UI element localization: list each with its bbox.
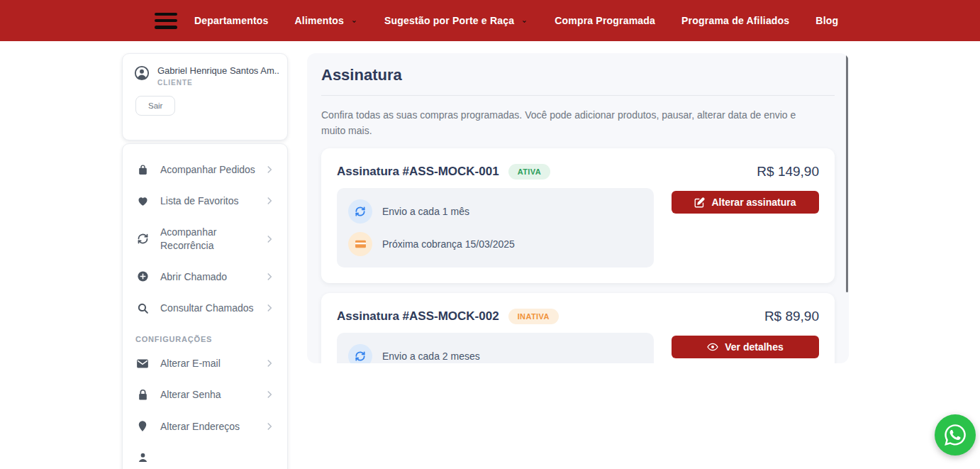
- chevron-right-icon: [265, 303, 274, 313]
- chevron-right-icon: [265, 234, 274, 244]
- chevron-right-icon: [265, 390, 274, 399]
- chevron-down-icon: [520, 19, 528, 24]
- subscription-details: Envio a cada 1 mês Próxima cobrança 15/0…: [337, 188, 654, 267]
- eye-icon: [707, 341, 718, 353]
- chevron-right-icon: [265, 196, 274, 206]
- subscription-card: Assinatura #ASS-MOCK-001 ATIVA R$ 149,90…: [321, 148, 835, 283]
- nav-links: Departamentos Alimentos Sugestão por Por…: [194, 15, 838, 26]
- nav-item-departamentos[interactable]: Departamentos: [194, 15, 269, 26]
- pin-icon: [135, 420, 150, 432]
- whatsapp-icon: [943, 423, 967, 447]
- sync-icon: [348, 344, 372, 363]
- status-badge: INATIVA: [508, 309, 559, 324]
- nav-item-alimentos[interactable]: Alimentos: [295, 15, 358, 26]
- sidebar-item-acompanhar-recorrencia[interactable]: Acompanhar Recorrência: [123, 216, 287, 260]
- shipping-frequency-row: Envio a cada 2 meses: [348, 344, 642, 363]
- sidebar-item-alterar-senha[interactable]: Alterar Senha: [123, 379, 287, 410]
- account-sidebar: Gabriel Henrique Santos Am... CLIENTE Sa…: [122, 53, 288, 469]
- sidebar-item-acompanhar-pedidos[interactable]: Acompanhar Pedidos: [123, 154, 287, 185]
- sidebar-item-abrir-chamado[interactable]: Abrir Chamado: [123, 261, 287, 292]
- user-avatar-icon: [134, 65, 150, 84]
- sidebar-item-alterar-email[interactable]: Alterar E-mail: [123, 348, 287, 379]
- scrollbar-thumb[interactable]: [846, 53, 848, 292]
- shipping-frequency-row: Envio a cada 1 mês: [348, 199, 642, 224]
- search-icon: [135, 302, 150, 314]
- nav-item-blog[interactable]: Blog: [815, 15, 838, 26]
- hamburger-menu-icon[interactable]: [155, 13, 177, 29]
- sync-icon: [348, 199, 372, 224]
- whatsapp-button[interactable]: [935, 414, 976, 456]
- subscription-panel: Assinatura Confira todas as suas compras…: [307, 53, 849, 363]
- chevron-right-icon: [265, 272, 274, 282]
- sidebar-item-alterar-enderecos[interactable]: Alterar Endereços: [123, 411, 287, 442]
- top-navigation: Departamentos Alimentos Sugestão por Por…: [0, 0, 980, 41]
- sidebar-item-lista-favoritos[interactable]: Lista de Favoritos: [123, 185, 287, 216]
- divider: [321, 95, 835, 96]
- user-role: CLIENTE: [157, 79, 279, 87]
- page-title: Assinatura: [321, 66, 835, 84]
- user-name: Gabriel Henrique Santos Am...: [157, 65, 279, 76]
- sync-icon: [135, 233, 150, 245]
- nav-item-compra-programada[interactable]: Compra Programada: [555, 15, 655, 26]
- subscription-title: Assinatura #ASS-MOCK-001: [337, 165, 499, 179]
- sidebar-item-consultar-chamados[interactable]: Consultar Chamados: [123, 292, 287, 324]
- user-icon: [135, 451, 150, 463]
- subscription-card: Assinatura #ASS-MOCK-002 INATIVA R$ 89,9…: [321, 293, 835, 363]
- page-description: Confira todas as suas compras programada…: [321, 108, 821, 138]
- logout-button[interactable]: Sair: [135, 96, 175, 116]
- sidebar-menu: Acompanhar Pedidos Lista de Favoritos Ac…: [122, 143, 288, 469]
- subscription-price: R$ 149,90: [757, 164, 819, 180]
- plus-circle-icon: [135, 270, 150, 282]
- chevron-right-icon: [265, 421, 274, 431]
- chevron-down-icon: [350, 19, 358, 24]
- subscription-details: Envio a cada 2 meses: [337, 333, 654, 363]
- subscription-title: Assinatura #ASS-MOCK-002: [337, 309, 499, 324]
- nav-item-sugestao-porte-raca[interactable]: Sugestão por Porte e Raça: [384, 15, 528, 26]
- user-card: Gabriel Henrique Santos Am... CLIENTE Sa…: [122, 53, 288, 140]
- chevron-right-icon: [265, 358, 274, 368]
- bag-icon: [135, 164, 150, 176]
- edit-icon: [694, 197, 705, 208]
- status-badge: ATIVA: [508, 164, 550, 180]
- credit-card-icon: [348, 232, 372, 256]
- subscription-price: R$ 89,90: [764, 309, 819, 324]
- chevron-right-icon: [265, 165, 274, 175]
- next-billing-row: Próxima cobrança 15/03/2025: [348, 232, 642, 256]
- heart-icon: [135, 195, 150, 207]
- view-details-button[interactable]: Ver detalhes: [672, 336, 819, 358]
- nav-item-programa-afiliados[interactable]: Programa de Afiliados: [681, 15, 789, 26]
- settings-section-header: CONFIGURAÇÕES: [123, 324, 287, 348]
- lock-icon: [135, 389, 150, 401]
- sidebar-item-clipped[interactable]: [123, 442, 287, 469]
- edit-subscription-button[interactable]: Alterar assinatura: [672, 191, 819, 214]
- envelope-icon: [135, 358, 150, 369]
